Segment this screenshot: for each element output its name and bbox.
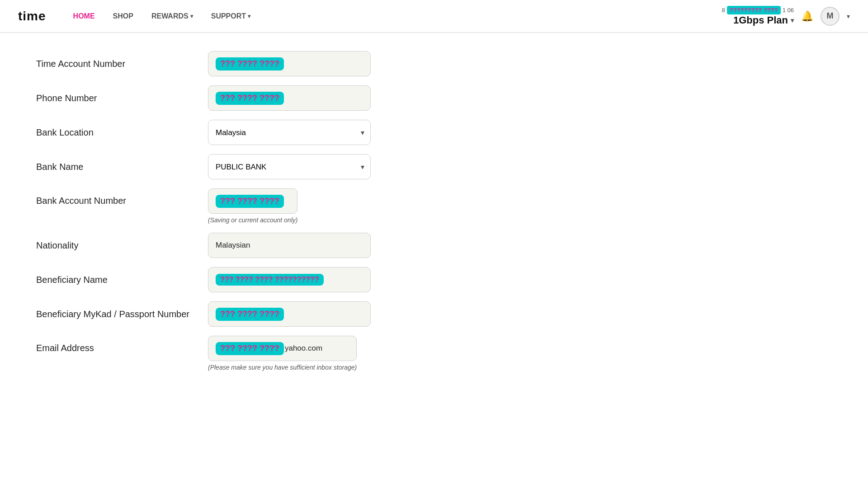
nav-shop[interactable]: SHOP	[113, 12, 133, 20]
nationality-input: Malaysian	[208, 233, 371, 258]
user-chevron-icon[interactable]: ▾	[847, 13, 850, 20]
nationality-label: Nationality	[36, 240, 208, 251]
beneficiary-name-label: Beneficiary Name	[36, 275, 208, 285]
email-input[interactable]: ??? ???? ???? yahoo.com	[208, 336, 357, 361]
beneficiary-mykad-input[interactable]: ??? ???? ????	[208, 301, 371, 327]
beneficiary-name-field: ??? ???? ???? ??????????	[208, 267, 371, 292]
nav-rewards[interactable]: REWARDS ▾	[151, 12, 193, 20]
bank-location-label: Bank Location	[36, 127, 208, 138]
email-label: Email Address	[36, 336, 208, 353]
phone-number-input[interactable]: ??? ???? ????	[208, 85, 371, 111]
bank-account-hint: (Saving or current account only)	[208, 216, 297, 224]
beneficiary-name-input[interactable]: ??? ???? ???? ??????????	[208, 267, 371, 292]
time-account-masked: ??? ???? ????	[216, 57, 284, 70]
beneficiary-name-masked: ??? ???? ???? ??????????	[216, 274, 324, 286]
beneficiary-mykad-label: Beneficiary MyKad / Passport Number	[36, 309, 208, 319]
email-suffix: yahoo.com	[285, 344, 322, 353]
bank-account-label: Bank Account Number	[36, 188, 208, 206]
time-account-label: Time Account Number	[36, 59, 208, 69]
phone-number-field: ??? ???? ????	[208, 85, 371, 111]
bank-account-masked: ??? ???? ????	[216, 195, 284, 208]
plan-name: 1Gbps Plan	[733, 14, 788, 26]
time-account-field: ??? ???? ????	[208, 51, 371, 76]
logo: time	[18, 9, 46, 23]
bank-name-select[interactable]: PUBLIC BANK MAYBANK CIMB RHB	[208, 154, 371, 179]
email-masked: ??? ???? ????	[216, 342, 284, 355]
bell-wrapper: 🔔	[801, 10, 813, 22]
main-content: Time Account Number ??? ???? ???? Phone …	[0, 33, 407, 398]
plan-count: 8	[722, 7, 725, 14]
bank-location-row: Bank Location Malaysia Singapore Other ▾	[36, 120, 371, 145]
nationality-row: Nationality Malaysian	[36, 233, 371, 258]
avatar[interactable]: M	[821, 7, 840, 26]
beneficiary-name-row: Beneficiary Name ??? ???? ???? ?????????…	[36, 267, 371, 292]
email-field: ??? ???? ???? yahoo.com (Please make sur…	[208, 336, 357, 371]
bank-account-row: Bank Account Number ??? ???? ???? (Savin…	[36, 188, 371, 224]
support-chevron-icon: ▾	[248, 13, 250, 19]
bank-location-field: Malaysia Singapore Other ▾	[208, 120, 371, 145]
bank-account-field: ??? ???? ???? (Saving or current account…	[208, 188, 297, 224]
email-row: Email Address ??? ???? ???? yahoo.com (P…	[36, 336, 371, 371]
nav-support[interactable]: SUPPORT ▾	[211, 12, 250, 20]
beneficiary-mykad-row: Beneficiary MyKad / Passport Number ??? …	[36, 301, 371, 327]
bell-icon[interactable]: 🔔	[801, 10, 813, 22]
bank-name-row: Bank Name PUBLIC BANK MAYBANK CIMB RHB ▾	[36, 154, 371, 179]
plan-masked: ????????? ????	[727, 6, 781, 14]
nav-home[interactable]: HOME	[73, 12, 95, 20]
plan-bottom: 1Gbps Plan ▾	[733, 14, 794, 26]
plan-num: 1 06	[783, 7, 794, 14]
time-account-row: Time Account Number ??? ???? ????	[36, 51, 371, 76]
plan-info: 8 ????????? ???? 1 06 1Gbps Plan ▾	[722, 6, 794, 26]
beneficiary-mykad-masked: ??? ???? ????	[216, 308, 284, 321]
email-hint: (Please make sure you have sufficient in…	[208, 364, 357, 371]
beneficiary-mykad-field: ??? ???? ????	[208, 301, 371, 327]
time-account-input[interactable]: ??? ???? ????	[208, 51, 371, 76]
rewards-chevron-icon: ▾	[190, 13, 193, 19]
plan-chevron-icon[interactable]: ▾	[791, 17, 794, 24]
bank-name-field: PUBLIC BANK MAYBANK CIMB RHB ▾	[208, 154, 371, 179]
navigation: HOME SHOP REWARDS ▾ SUPPORT ▾	[73, 12, 722, 20]
phone-number-row: Phone Number ??? ???? ????	[36, 85, 371, 111]
bank-location-select[interactable]: Malaysia Singapore Other	[208, 120, 371, 145]
header: time HOME SHOP REWARDS ▾ SUPPORT ▾ 8 ???…	[0, 0, 868, 33]
phone-number-label: Phone Number	[36, 93, 208, 103]
header-right: 8 ????????? ???? 1 06 1Gbps Plan ▾ 🔔 M ▾	[722, 6, 850, 26]
bank-name-label: Bank Name	[36, 162, 208, 172]
plan-top: 8 ????????? ???? 1 06	[722, 6, 794, 14]
bank-account-input[interactable]: ??? ???? ????	[208, 188, 297, 214]
phone-number-masked: ??? ???? ????	[216, 92, 284, 105]
nationality-value: Malaysian	[216, 241, 250, 250]
